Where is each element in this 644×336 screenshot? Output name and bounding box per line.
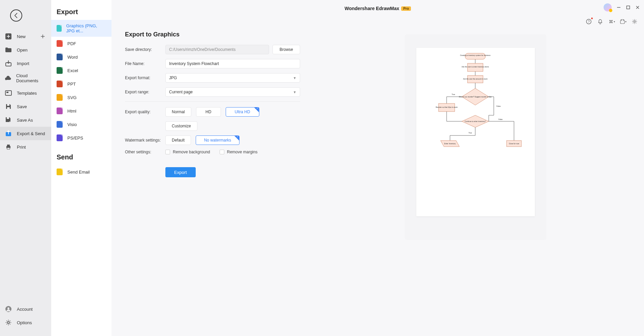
send-email-label: Send Email: [67, 170, 90, 175]
print-icon: [5, 143, 12, 151]
svg-text:True: True: [451, 93, 455, 95]
html-file-icon: [57, 108, 63, 114]
menu-account[interactable]: Account: [0, 302, 51, 316]
send-heading: Send: [51, 151, 111, 165]
svg-text:?: ?: [588, 20, 590, 24]
folder-icon: [5, 46, 12, 54]
export-svg[interactable]: SVG: [51, 91, 111, 104]
menu-templates[interactable]: Templates: [0, 86, 51, 100]
svg-point-17: [634, 21, 636, 23]
secondary-toolbar: ? ▾ ▾: [111, 17, 644, 25]
export-visio-label: Visio: [67, 122, 77, 127]
menu-open[interactable]: Open: [0, 43, 51, 57]
svg-text:Creating a inventory system fo: Creating a inventory system for business: [460, 54, 490, 56]
plus-icon[interactable]: [39, 33, 46, 40]
ps-file-icon: [57, 134, 63, 141]
menu-templates-label: Templates: [17, 91, 37, 96]
svg-point-13: [7, 322, 9, 324]
form-title: Export to Graphics: [125, 31, 300, 38]
menu-import-label: Import: [17, 61, 29, 66]
checkbox-icon[interactable]: [220, 150, 224, 154]
menu-print[interactable]: Print: [0, 140, 51, 154]
range-select[interactable]: Current page ▼: [165, 87, 300, 97]
svg-rect-4: [7, 104, 9, 106]
menu-cloud[interactable]: Cloud Documents: [0, 70, 51, 86]
export-pdf[interactable]: PDF: [51, 37, 111, 50]
minimize-button[interactable]: [616, 5, 621, 10]
quality-hd[interactable]: HD: [196, 107, 221, 117]
svg-text:Enter Inventory: Enter Inventory: [444, 143, 456, 145]
avatar[interactable]: [604, 3, 612, 11]
bell-icon[interactable]: [597, 18, 604, 25]
preview-page: Creating a inventory system for business…: [416, 48, 535, 216]
save-dir-input[interactable]: [165, 45, 269, 54]
maximize-button[interactable]: [626, 5, 631, 10]
export-word[interactable]: Word: [51, 50, 111, 64]
word-file-icon: [57, 54, 63, 60]
menu-options[interactable]: Options: [0, 316, 51, 329]
file-name-input[interactable]: [165, 59, 300, 68]
export-excel[interactable]: Excel: [51, 64, 111, 77]
watermark-none[interactable]: No watermarks: [196, 135, 239, 145]
preview-panel: Creating a inventory system for business…: [320, 25, 631, 323]
content-area: Wondershare EdrawMax Pro ? ▾ ▾ Export to…: [111, 0, 644, 336]
export-visio[interactable]: Visio: [51, 118, 111, 131]
theme-icon[interactable]: ▾: [620, 18, 626, 25]
menu-open-label: Open: [17, 48, 28, 53]
svg-text:Reorder so that 10pc in stock: Reorder so that 10pc in stock: [436, 106, 458, 108]
remove-margins-check[interactable]: Remove margins: [220, 150, 258, 154]
browse-button[interactable]: Browse: [272, 45, 300, 54]
format-select[interactable]: JPG ▼: [165, 73, 300, 83]
svg-rect-3: [6, 92, 8, 93]
svg-text:Ask the user the amount in sto: Ask the user the amount in stock: [463, 78, 487, 80]
export-heading: Export: [51, 6, 111, 20]
export-graphics[interactable]: Graphics (PNG, JPG et...: [51, 20, 111, 37]
menu-options-label: Options: [17, 320, 32, 325]
divider: [125, 101, 300, 102]
svg-rect-5: [7, 107, 10, 109]
back-button[interactable]: [10, 9, 22, 22]
export-pseps-label: PS/EPS: [67, 135, 83, 141]
export-html[interactable]: Html: [51, 104, 111, 118]
menu-import[interactable]: Import: [0, 57, 51, 70]
settings-icon[interactable]: [631, 18, 638, 25]
help-icon[interactable]: ?: [585, 18, 592, 25]
remove-bg-check[interactable]: Remove background: [165, 150, 210, 154]
flowchart-preview: Creating a inventory system for business…: [416, 48, 535, 216]
export-word-label: Word: [67, 55, 78, 60]
shortcuts-icon[interactable]: ▾: [608, 18, 615, 25]
export-ppt-label: PPT: [67, 82, 76, 87]
menu-save-as-label: Save As: [17, 118, 33, 123]
export-button[interactable]: Export: [165, 167, 196, 177]
export-pdf-label: PDF: [67, 41, 76, 46]
svg-rect-14: [627, 6, 630, 9]
svg-rect-6: [7, 117, 9, 119]
range-label: Export range:: [125, 90, 162, 94]
image-file-icon: [57, 25, 62, 32]
export-graphics-label: Graphics (PNG, JPG et...: [66, 23, 106, 33]
save-icon: [5, 103, 12, 110]
quality-customize[interactable]: Customize: [165, 121, 197, 131]
svg-file-icon: [57, 94, 63, 101]
quality-ultra-hd[interactable]: Ultra HD: [226, 107, 259, 117]
quality-normal[interactable]: Normal: [165, 107, 191, 117]
menu-save-as[interactable]: Save As: [0, 113, 51, 127]
export-ppt[interactable]: PPT: [51, 77, 111, 91]
svg-point-12: [7, 307, 9, 309]
send-email[interactable]: Send Email: [51, 165, 111, 179]
remove-bg-label: Remove background: [173, 150, 210, 154]
watermark-default[interactable]: Default: [165, 135, 191, 145]
gear-icon: [5, 319, 12, 326]
titlebar: Wondershare EdrawMax Pro: [111, 0, 644, 17]
menu-save-label: Save: [17, 104, 27, 109]
checkbox-icon[interactable]: [165, 150, 170, 154]
close-button[interactable]: [635, 5, 640, 10]
pro-badge: Pro: [401, 6, 411, 11]
menu-save[interactable]: Save: [0, 100, 51, 113]
export-html-label: Html: [67, 109, 76, 114]
menu-export-send[interactable]: Export & Send: [0, 127, 51, 140]
export-pseps[interactable]: PS/EPS: [51, 131, 111, 145]
menu-new[interactable]: New: [0, 30, 51, 43]
ppt-file-icon: [57, 81, 63, 87]
file-menu-sidebar: New Open Import Cloud Documents Template…: [0, 0, 51, 336]
